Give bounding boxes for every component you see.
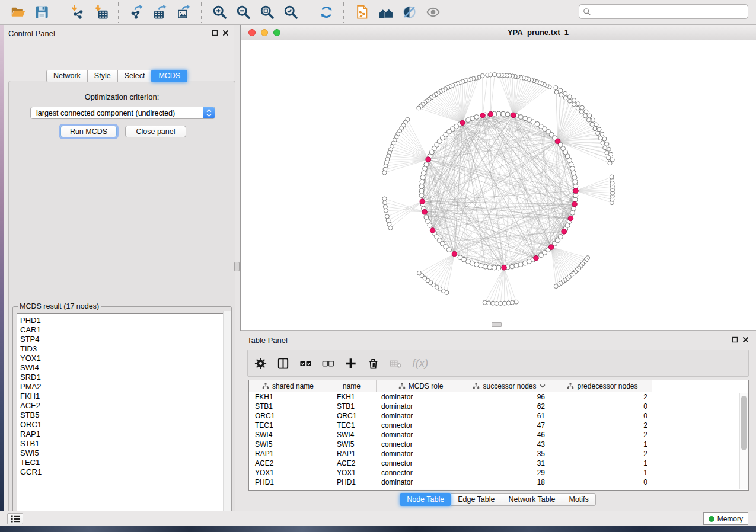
network-node[interactable]	[600, 132, 604, 136]
tab-motifs[interactable]: Motifs	[562, 493, 595, 506]
mcds-result-item[interactable]: YOX1	[20, 354, 227, 363]
network-node[interactable]	[489, 73, 493, 77]
table-row[interactable]: ACE2ACE2connector311	[249, 459, 748, 468]
network-node[interactable]	[580, 105, 584, 110]
vertical-splitter[interactable]	[234, 25, 240, 511]
table-row[interactable]: FKH1FKH1dominator962	[249, 392, 748, 402]
network-node[interactable]	[417, 271, 421, 275]
tab-network[interactable]: Network	[46, 70, 88, 82]
close-table-panel-icon[interactable]	[742, 336, 749, 343]
network-node[interactable]	[609, 152, 613, 156]
network-node[interactable]	[487, 301, 491, 305]
mcds-result-item[interactable]: STP4	[20, 335, 227, 344]
network-node[interactable]	[493, 73, 497, 77]
column-header-predecessor-nodes[interactable]: predecessor nodes	[553, 380, 652, 392]
deselect-all-button[interactable]	[321, 357, 335, 370]
network-node[interactable]	[594, 123, 598, 127]
zoom-fit-button[interactable]	[256, 2, 277, 23]
network-node[interactable]	[383, 204, 387, 209]
save-session-button[interactable]	[31, 2, 52, 23]
open-file-button[interactable]	[7, 2, 28, 23]
mcds-hub-node[interactable]	[555, 139, 560, 144]
mcds-hub-node[interactable]	[430, 228, 435, 233]
mcds-result-item[interactable]: ORC1	[20, 420, 227, 430]
network-node[interactable]	[474, 262, 479, 267]
network-node[interactable]	[382, 171, 387, 175]
network-node[interactable]	[572, 102, 576, 107]
mcds-result-item[interactable]: PHD1	[20, 316, 227, 325]
network-node[interactable]	[497, 73, 501, 78]
network-node[interactable]	[573, 184, 578, 188]
export-image-button[interactable]	[173, 2, 194, 23]
refresh-layout-button[interactable]	[315, 2, 337, 23]
network-node[interactable]	[583, 114, 588, 118]
mcds-result-item[interactable]: RAP1	[20, 430, 227, 439]
mcds-hub-node[interactable]	[572, 201, 578, 207]
table-row[interactable]: STB1STB1dominator620	[249, 402, 748, 411]
network-node[interactable]	[596, 132, 600, 136]
network-node[interactable]	[573, 193, 578, 198]
network-node[interactable]	[572, 175, 577, 180]
network-node[interactable]	[573, 180, 578, 184]
network-node[interactable]	[518, 115, 523, 120]
column-header-name[interactable]: name	[327, 380, 377, 392]
splitter-grip[interactable]	[234, 262, 240, 271]
memory-button[interactable]: Memory	[703, 512, 748, 525]
network-node[interactable]	[610, 175, 614, 179]
mcds-result-item[interactable]: TID3	[20, 344, 227, 354]
column-header-MCDS-role[interactable]: MCDS role	[377, 380, 465, 392]
network-node[interactable]	[514, 300, 518, 304]
network-node[interactable]	[419, 188, 424, 193]
network-node[interactable]	[558, 235, 563, 239]
network-node[interactable]	[483, 264, 487, 269]
delete-column-button[interactable]	[366, 357, 380, 370]
network-node[interactable]	[420, 175, 425, 180]
table-row[interactable]: ORC1ORC1dominator610	[249, 411, 748, 421]
optimization-criterion-select[interactable]: largest connected component (undirected)	[30, 107, 215, 119]
network-node[interactable]	[480, 73, 484, 78]
network-node[interactable]	[591, 118, 595, 122]
mcds-result-item[interactable]: FKH1	[20, 392, 227, 401]
network-node[interactable]	[554, 86, 558, 90]
close-panel-icon[interactable]	[222, 30, 229, 36]
zoom-selected-button[interactable]	[280, 2, 301, 23]
network-node[interactable]	[610, 158, 614, 162]
panel-menu-button[interactable]	[7, 513, 23, 524]
network-node[interactable]	[601, 141, 605, 145]
import-table-button[interactable]	[90, 2, 111, 23]
select-all-button[interactable]	[299, 357, 312, 370]
network-node[interactable]	[423, 166, 428, 171]
mcds-result-item[interactable]: GCR1	[20, 467, 227, 477]
close-panel-button[interactable]: Close panel	[125, 126, 186, 137]
table-row[interactable]: PHD1PHD1dominator180	[249, 477, 748, 487]
mcds-hub-node[interactable]	[502, 265, 507, 270]
table-row[interactable]: YOX1YOX1connector291	[249, 468, 748, 477]
mcds-hub-node[interactable]	[534, 255, 539, 261]
run-mcds-button[interactable]: Run MCDS	[60, 126, 117, 137]
table-row[interactable]: SWI5SWI5connector431	[249, 440, 748, 449]
network-node[interactable]	[419, 193, 424, 198]
network-node[interactable]	[607, 147, 611, 151]
open-browser-button[interactable]	[375, 2, 396, 23]
import-network-button[interactable]	[66, 2, 88, 23]
table-settings-button[interactable]	[254, 357, 267, 370]
network-node[interactable]	[495, 302, 499, 306]
network-node[interactable]	[563, 96, 567, 100]
mcds-hub-node[interactable]	[420, 199, 425, 204]
network-node[interactable]	[384, 209, 388, 213]
mcds-hub-node[interactable]	[488, 111, 493, 117]
add-column-button[interactable]	[344, 357, 358, 370]
mcds-result-item[interactable]: STB5	[20, 411, 227, 420]
mcds-hub-node[interactable]	[452, 251, 457, 257]
split-panel-button[interactable]	[276, 357, 290, 370]
network-node[interactable]	[417, 106, 421, 110]
network-node[interactable]	[603, 146, 607, 150]
network-node[interactable]	[568, 99, 572, 103]
network-node[interactable]	[499, 302, 503, 306]
mcds-hub-node[interactable]	[422, 210, 428, 215]
float-table-panel-icon[interactable]	[732, 336, 738, 343]
mcds-result-item[interactable]: CAR1	[20, 325, 227, 335]
tab-style[interactable]: Style	[87, 70, 118, 82]
mcds-result-item[interactable]: SRD1	[20, 373, 227, 382]
zoom-in-button[interactable]	[209, 2, 230, 23]
